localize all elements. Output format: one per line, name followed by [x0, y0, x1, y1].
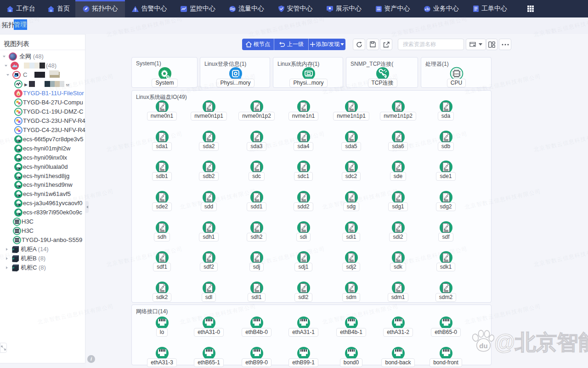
- svg-text:cpu: cpu: [454, 72, 459, 75]
- svg-text:du: du: [479, 342, 487, 350]
